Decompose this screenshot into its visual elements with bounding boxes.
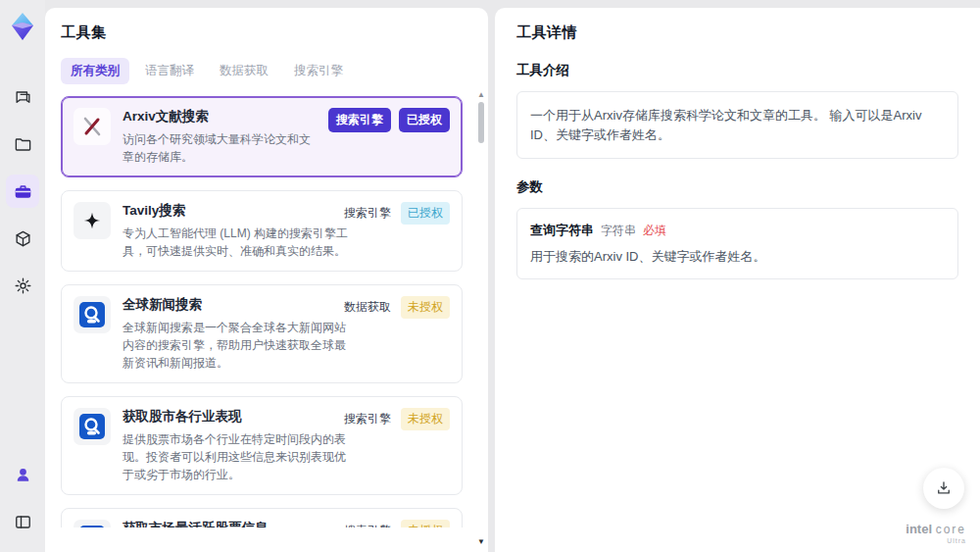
list-scrollbar[interactable]: ▲ ▼ xyxy=(476,92,486,546)
param-name: 查询字符串 xyxy=(530,222,594,239)
download-icon xyxy=(935,479,953,497)
tool-description: 访问各个研究领域大量科学论文和文章的存储库。 xyxy=(122,130,313,166)
intel-core-logo: intel core Ultra xyxy=(906,523,966,544)
tool-title: 获取市场最活跃股票信息 xyxy=(122,520,356,527)
tool-title: 全球新闻搜索 xyxy=(122,296,356,314)
scroll-up-arrow[interactable]: ▲ xyxy=(477,90,485,99)
brand-sub-text: Ultra xyxy=(906,537,966,544)
package-icon[interactable] xyxy=(6,222,39,255)
tab-language-translation[interactable]: 语言翻译 xyxy=(135,58,204,84)
core-brand-text: core xyxy=(936,523,966,536)
tool-card-arxiv[interactable]: Arxiv文献搜索 访问各个研究领域大量科学论文和文章的存储库。 搜索引擎 已授… xyxy=(61,96,463,177)
tab-data-fetch[interactable]: 数据获取 xyxy=(210,58,278,84)
left-rail xyxy=(0,0,45,552)
auth-badge: 未授权 xyxy=(401,296,450,319)
tool-card-tavily[interactable]: Tavily搜索 专为人工智能代理 (LLM) 构建的搜索引擎工具，可快速提供实… xyxy=(61,190,463,272)
params-heading: 参数 xyxy=(516,178,958,196)
panel-toggle-icon[interactable] xyxy=(6,505,39,538)
param-type: 字符串 xyxy=(601,223,636,239)
tab-all-categories[interactable]: 所有类别 xyxy=(61,58,129,84)
scrollbar-thumb[interactable] xyxy=(478,102,484,143)
blue-news-app-icon xyxy=(74,520,111,527)
tavily-star-icon xyxy=(74,202,111,239)
category-tabs: 所有类别 语言翻译 数据获取 搜索引擎 xyxy=(61,58,472,84)
parameter-card: 查询字符串 字符串 必填 用于搜索的Arxiv ID、关键字或作者姓名。 xyxy=(516,208,958,279)
user-icon[interactable] xyxy=(6,458,39,491)
tool-details-panel: 工具详情 工具介绍 一个用于从Arxiv存储库搜索科学论文和文章的工具。 输入可… xyxy=(495,8,980,552)
category-badge: 搜索引擎 xyxy=(342,408,393,430)
category-badge: 搜索引擎 xyxy=(342,520,393,527)
intro-heading: 工具介绍 xyxy=(516,62,958,79)
intel-brand-text: intel xyxy=(906,522,932,536)
auth-badge: 已授权 xyxy=(401,202,450,225)
tools-panel: 工具集 所有类别 语言翻译 数据获取 搜索引擎 Arxiv文献搜索 访问各个研究… xyxy=(45,8,488,552)
tool-description: 提供股票市场各个行业在特定时间段内的表现。投资者可以利用这些信息来识别表现优于或… xyxy=(122,430,356,483)
tool-title: 获取股市各行业表现 xyxy=(122,408,356,426)
intro-text-box: 一个用于从Arxiv存储库搜索科学论文和文章的工具。 输入可以是Arxiv ID… xyxy=(516,91,958,159)
category-badge: 搜索引擎 xyxy=(342,202,393,225)
tool-description: 专为人工智能代理 (LLM) 构建的搜索引擎工具，可快速提供实时、准确和真实的结… xyxy=(122,225,356,260)
blue-news-app-icon xyxy=(74,296,111,333)
tab-search-engine[interactable]: 搜索引擎 xyxy=(284,58,353,84)
tool-list: Arxiv文献搜索 访问各个研究领域大量科学论文和文章的存储库。 搜索引擎 已授… xyxy=(61,96,472,527)
details-title: 工具详情 xyxy=(516,24,958,42)
download-button[interactable] xyxy=(923,468,964,509)
tool-title: Tavily搜索 xyxy=(122,202,356,220)
toolbox-icon[interactable] xyxy=(6,175,39,208)
param-required-flag: 必填 xyxy=(643,223,666,239)
tool-description: 全球新闻搜索是一个聚合全球各大新闻网站内容的搜索引擎，帮助用户快速获取全球最新资… xyxy=(122,319,356,372)
blue-news-app-icon xyxy=(74,408,111,445)
category-badge: 搜索引擎 xyxy=(328,108,391,132)
auth-badge: 未授权 xyxy=(401,520,450,527)
tool-card-sector-performance[interactable]: 获取股市各行业表现 提供股票市场各个行业在特定时间段内的表现。投资者可以利用这些… xyxy=(61,396,463,495)
category-badge: 数据获取 xyxy=(342,296,393,319)
auth-badge: 已授权 xyxy=(399,108,450,132)
app-logo-icon[interactable] xyxy=(8,12,37,41)
tool-title: Arxiv文献搜索 xyxy=(122,108,313,125)
param-description: 用于搜索的Arxiv ID、关键字或作者姓名。 xyxy=(530,248,945,266)
chat-icon[interactable] xyxy=(6,80,39,114)
folder-icon[interactable] xyxy=(6,127,39,161)
main-area: 工具集 所有类别 语言翻译 数据获取 搜索引擎 Arxiv文献搜索 访问各个研究… xyxy=(45,8,980,552)
tool-card-global-news[interactable]: 全球新闻搜索 全球新闻搜索是一个聚合全球各大新闻网站内容的搜索引擎，帮助用户快速… xyxy=(61,284,463,383)
settings-icon[interactable] xyxy=(6,269,39,302)
arxiv-logo-icon xyxy=(74,108,111,145)
tools-panel-title: 工具集 xyxy=(61,24,472,42)
scroll-down-arrow[interactable]: ▼ xyxy=(477,537,485,546)
tool-card-most-active-stocks[interactable]: 获取市场最活跃股票信息 提供当天交易量最高的股票列表，投资者可以利用这些信息来识… xyxy=(61,508,463,527)
auth-badge: 未授权 xyxy=(401,408,450,430)
